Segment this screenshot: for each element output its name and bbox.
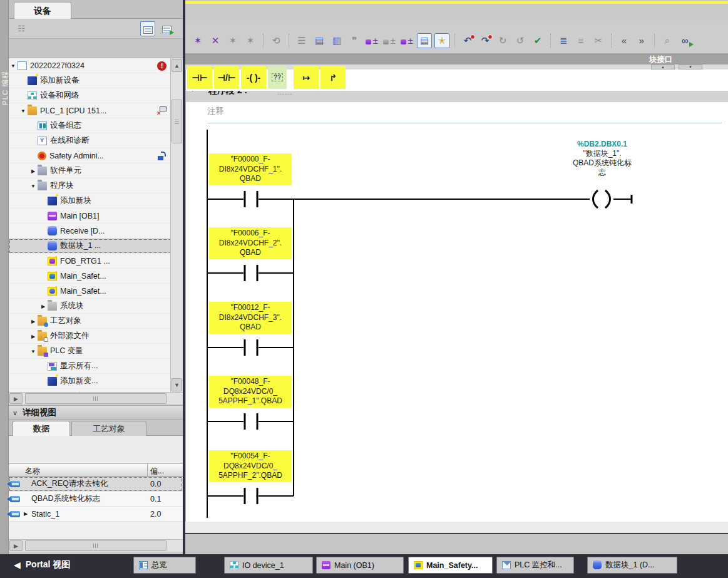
tab-data[interactable]: 数据 [13, 421, 70, 436]
tree-item-main-safety-fb[interactable]: Main_Safet... [9, 269, 183, 284]
delete-network-icon[interactable]: ✕ [208, 33, 223, 48]
expander-icon[interactable] [24, 511, 31, 517]
left-task-card-rail[interactable]: PLC 编程 [0, 0, 9, 554]
detail-view-column-header[interactable]: 名称 偏... [9, 463, 183, 477]
redo-icon[interactable]: ↷ [478, 33, 493, 48]
contact-operand-label[interactable]: "F00048_F-DQ8x24VDC/0_5APPHF_1".QBAD [209, 376, 292, 408]
close-all-networks-icon[interactable]: ▥ [329, 33, 344, 48]
snapshot-icon[interactable]: ↺ [513, 33, 528, 48]
tag-offset: 2.0 [150, 510, 183, 519]
taskbar-item-main-safety[interactable]: Main_Safety... [408, 557, 493, 574]
sort-tree-icon[interactable]: ☷ [14, 21, 29, 36]
portal-view-button[interactable]: ◀ Portal 视图 [14, 559, 70, 570]
contact-operand-label[interactable]: "F00012_F-DI8x24VDCHF_3".QBAD [209, 302, 292, 334]
add-new-tag-table-icon [48, 377, 57, 386]
insert-row-below-icon[interactable]: ✶ [243, 33, 258, 48]
tree-item-add-block[interactable]: 添加新块 [9, 194, 183, 209]
open-all-networks-icon[interactable]: ▤ [312, 33, 327, 48]
update-block-calls-icon[interactable]: ↻ [495, 33, 510, 48]
tree-item-device-config[interactable]: 设备组态 [9, 118, 183, 133]
expander-icon[interactable] [19, 108, 28, 114]
comment-display-menu-icon[interactable]: ± [382, 33, 397, 48]
undo-icon[interactable]: ↶ [460, 33, 475, 48]
expand-statements-icon[interactable]: ≡ [573, 33, 588, 48]
insert-row-icon[interactable]: ✶ [225, 33, 240, 48]
favorites-display-icon[interactable]: ▤ [417, 33, 432, 48]
scrollbar-thumb[interactable] [172, 100, 182, 143]
expander-icon[interactable] [29, 318, 38, 324]
chevron-down-icon[interactable] [13, 408, 18, 417]
detail-view-horizontal-scrollbar[interactable]: ◀ ▶ [9, 539, 183, 552]
tree-item-main-safety-db[interactable]: Main_Safet... [9, 284, 183, 299]
tree-item-main-ob1[interactable]: Main [OB1] [9, 209, 183, 224]
detail-view-header[interactable]: 详细视图 [9, 405, 183, 420]
tree-item-tech-objects[interactable]: 工艺对象 [9, 314, 183, 329]
tree-item-software-units[interactable]: 软件单元 [9, 163, 183, 178]
expander-icon[interactable] [9, 63, 18, 69]
scroll-up-button[interactable]: ▲ [172, 59, 182, 72]
tree-vertical-scrollbar[interactable]: ▲ ▼ [170, 58, 183, 392]
tree-horizontal-scrollbar[interactable]: ◀ ▶ [9, 392, 183, 405]
tree-item-external-sources[interactable]: 外部源文件 [9, 329, 183, 344]
details-view-button[interactable] [140, 21, 155, 36]
tree-item-datablock1[interactable]: 数据块_1 ... [9, 239, 183, 254]
scroll-right-button[interactable]: ▶ [9, 540, 23, 551]
tree-item-safety-admin[interactable]: Safety Admini... [9, 148, 183, 163]
tab-tech-objects[interactable]: 工艺对象 [71, 421, 146, 436]
taskbar-item-overview[interactable]: 总览 [133, 557, 196, 574]
expand-all-networks-icon[interactable]: ☰ [294, 33, 309, 48]
tree-item-add-device[interactable]: 添加新设备 [9, 73, 183, 88]
tree-item-plc-tags[interactable]: PLC 变量 [9, 344, 183, 359]
tree-item-online-diag[interactable]: 在线和诊断 [9, 133, 183, 148]
open-device-view-button[interactable] [159, 21, 174, 36]
scrollbar-thumb[interactable] [25, 393, 167, 404]
coil-operand-label[interactable]: %DB2.DBX0.1 "数据块_1". QBAD系统钝化标 志 [549, 140, 655, 177]
test-glasses-icon[interactable]: ∞ [677, 33, 692, 48]
tree-item-system-blocks[interactable]: 系统块 [9, 299, 183, 314]
table-row[interactable]: Static_12.0 [9, 507, 183, 522]
tree-item-show-all-tags[interactable]: 显示所有... [9, 359, 183, 374]
consistency-check-icon[interactable]: ✔ [530, 33, 545, 48]
taskbar-item-io-device[interactable]: IO device_1 [224, 557, 313, 574]
contact-operand-label[interactable]: "F00054_F-DQ8x24VDC/0_5APPHF_2".QBAD [209, 450, 292, 482]
table-row[interactable]: ACK_REQ请求去钝化0.0 [9, 477, 183, 492]
expander-icon[interactable] [39, 303, 48, 309]
expander-icon[interactable] [29, 348, 38, 354]
taskbar-item-datablock1[interactable]: 数据块_1 (D... [587, 557, 677, 574]
monitor-onoff-icon[interactable]: ≣ [556, 33, 571, 48]
contact-operand-label[interactable]: "F00000_F-DI8x24VDCHF_1".QBAD [209, 153, 292, 185]
taskbar-item-main-ob1[interactable]: Main (OB1) [316, 557, 404, 574]
collapse-statements-icon[interactable]: ✂ [591, 33, 606, 48]
tree-item-project[interactable]: 20220227f0324 [9, 58, 183, 73]
tab-devices[interactable]: 设备 [14, 2, 71, 19]
next-marker-icon[interactable]: » [634, 33, 649, 48]
splitter-down-icon[interactable]: ▼ [679, 65, 702, 70]
edit-favorites-icon[interactable]: ✭ [434, 33, 449, 48]
expander-icon[interactable] [29, 168, 38, 174]
insert-network-icon[interactable]: ✶ [190, 33, 205, 48]
network-icon [230, 561, 238, 569]
previous-marker-icon[interactable]: « [617, 33, 632, 48]
tree-item-fob-rtg1[interactable]: FOB_RTG1 ... [9, 254, 183, 269]
operand-info-menu-icon[interactable]: ± [399, 33, 414, 48]
reset-start-values-icon[interactable]: ⟲ [269, 33, 284, 48]
scrollbar-thumb[interactable] [25, 540, 167, 551]
expander-icon[interactable] [29, 183, 38, 189]
expander-icon[interactable] [29, 333, 38, 339]
tree-item-receive-db[interactable]: Receive [D... [9, 224, 183, 239]
plc-tag-icon [10, 481, 20, 487]
tree-item-program-blocks[interactable]: 程序块 [9, 178, 183, 194]
scroll-right-button[interactable]: ▶ [9, 393, 23, 404]
taskbar-item-plc-monitor[interactable]: PLC 监控和... [496, 557, 574, 574]
tree-item-add-tag-table[interactable]: 添加新变... [9, 374, 183, 389]
contact-operand-label[interactable]: "F00006_F-DI8x24VDCHF_2".QBAD [209, 227, 292, 259]
splitter-up-icon[interactable]: ▲ [651, 65, 675, 70]
tree-item-plc1[interactable]: PLC_1 [CPU 151... [9, 103, 183, 118]
table-row[interactable]: QBAD系统钝化标志0.1 [9, 492, 183, 507]
network-comments-icon[interactable]: ❞ [347, 33, 362, 48]
block-interface-bar[interactable]: 块接口 [185, 54, 728, 65]
absolute-operands-menu-icon[interactable]: ± [364, 33, 379, 48]
find-replace-icon[interactable]: ⌕ [660, 33, 675, 48]
tree-item-devices-networks[interactable]: 设备和网络 [9, 88, 183, 103]
scroll-down-button[interactable]: ▼ [172, 378, 182, 391]
